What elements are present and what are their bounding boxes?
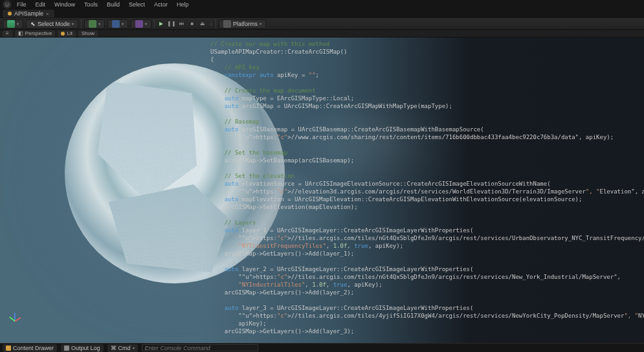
perspective-label: Perspective xyxy=(25,30,52,36)
output-log-label: Output Log xyxy=(71,345,100,351)
toolbar-divider xyxy=(216,19,216,28)
platforms-label: Platforms xyxy=(233,21,258,27)
eject-icon: ⏏ xyxy=(200,21,205,27)
chevron-down-icon: ▾ xyxy=(145,21,147,26)
axis-gizmo-icon[interactable] xyxy=(8,309,22,324)
menu-file[interactable]: File xyxy=(13,1,30,8)
toolbar-divider xyxy=(81,19,82,28)
menu-actor[interactable]: Actor xyxy=(150,1,172,8)
menu-help[interactable]: Help xyxy=(173,1,193,8)
viewport[interactable]: // Create our map with this method USamp… xyxy=(0,38,644,347)
main-toolbar: ▾ ⬉ Select Mode ▾ ▾ ▾ ▾ ▶ ❚❚ ⏭ ■ ⏏ ⋮ Pla… xyxy=(0,18,644,30)
close-icon[interactable]: × xyxy=(46,11,49,17)
save-icon xyxy=(7,20,15,28)
select-mode-label: Select Mode xyxy=(38,21,70,27)
add-icon xyxy=(89,20,96,28)
play-icon: ▶ xyxy=(159,21,163,27)
menu-select[interactable]: Select xyxy=(125,1,149,8)
svg-line-1 xyxy=(15,318,21,322)
show-button[interactable]: Show xyxy=(78,30,98,37)
stop-button[interactable]: ■ xyxy=(188,20,196,28)
tab-label: APISample xyxy=(14,10,43,17)
menu-tools[interactable]: Tools xyxy=(80,1,102,8)
chevron-down-icon: ▾ xyxy=(122,21,124,26)
skip-button[interactable]: ⏭ xyxy=(178,20,186,28)
level-tab-bar: APISample × xyxy=(0,9,644,18)
svg-line-2 xyxy=(10,317,15,321)
sequence-button[interactable]: ▾ xyxy=(131,19,151,28)
eject-button[interactable]: ⏏ xyxy=(199,20,206,28)
stop-icon: ■ xyxy=(191,21,194,27)
blueprint-button[interactable]: ▾ xyxy=(107,19,128,28)
chevron-down-icon: ▾ xyxy=(72,21,74,26)
level-icon xyxy=(8,12,12,16)
blueprint-icon xyxy=(112,20,120,28)
menu-build[interactable]: Build xyxy=(103,1,124,8)
content-drawer-label: Content Drawer xyxy=(13,345,54,351)
viewport-toolbar: ≡ ◧ Perspective Lit Show xyxy=(0,30,644,38)
platforms-icon xyxy=(223,20,231,28)
show-label: Show xyxy=(82,30,94,36)
perspective-button[interactable]: ◧ Perspective xyxy=(15,30,56,37)
ue-logo-icon[interactable]: U xyxy=(3,0,12,9)
chevron-down-icon: ▾ xyxy=(260,21,261,26)
status-bar: Content Drawer Output Log ⌘ Cmd ▾ xyxy=(0,343,644,352)
menu-window[interactable]: Window xyxy=(50,1,79,8)
select-mode-button[interactable]: ⬉ Select Mode ▾ xyxy=(26,19,78,28)
cmd-label: Cmd xyxy=(118,345,131,351)
menu-icon: ≡ xyxy=(6,30,9,36)
chevron-down-icon: ▾ xyxy=(98,21,100,26)
lit-icon xyxy=(61,32,65,36)
pause-icon: ❚❚ xyxy=(167,21,176,27)
perspective-icon: ◧ xyxy=(18,30,23,36)
code-overlay: // Create our map with this method USamp… xyxy=(204,38,644,347)
play-options-icon[interactable]: ⋮ xyxy=(209,21,213,26)
tab-apisample[interactable]: APISample × xyxy=(3,10,54,17)
lit-mode-button[interactable]: Lit xyxy=(58,30,75,37)
cmd-dropdown[interactable]: ⌘ Cmd ▾ xyxy=(107,344,138,352)
lit-label: Lit xyxy=(67,30,72,36)
play-button[interactable]: ▶ xyxy=(157,20,165,28)
sequence-icon xyxy=(135,20,143,28)
add-content-button[interactable]: ▾ xyxy=(84,19,105,28)
toolbar-divider xyxy=(154,19,155,28)
chevron-down-icon: ▾ xyxy=(17,21,19,26)
content-drawer-button[interactable]: Content Drawer xyxy=(3,344,57,352)
menu-bar: U File Edit Window Tools Build Select Ac… xyxy=(0,0,644,9)
save-button[interactable]: ▾ xyxy=(3,19,23,28)
drawer-icon xyxy=(6,346,11,351)
chevron-down-icon: ▾ xyxy=(133,346,135,350)
platforms-button[interactable]: Platforms ▾ xyxy=(219,19,266,28)
cursor-icon: ⬉ xyxy=(30,21,36,27)
output-log-button[interactable]: Output Log xyxy=(61,344,104,352)
viewport-menu-button[interactable]: ≡ xyxy=(3,30,12,37)
menu-edit[interactable]: Edit xyxy=(32,1,50,8)
pause-button[interactable]: ❚❚ xyxy=(168,20,175,28)
cmd-icon: ⌘ xyxy=(111,345,117,351)
console-input[interactable] xyxy=(142,344,258,351)
log-icon xyxy=(64,346,69,351)
skip-icon: ⏭ xyxy=(179,21,184,27)
